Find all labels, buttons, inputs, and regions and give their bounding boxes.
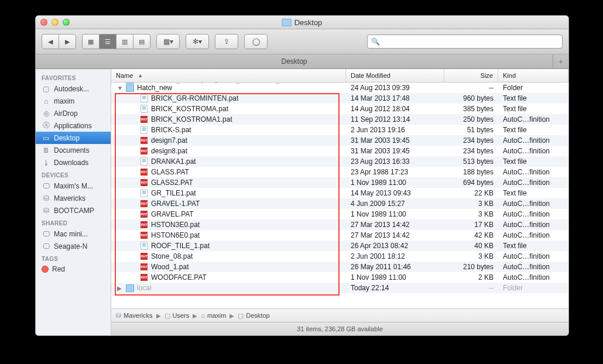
sidebar-item-applications[interactable]: ⒶApplications bbox=[36, 119, 111, 132]
col-header-date[interactable]: Date Modified bbox=[346, 69, 444, 82]
table-row[interactable]: PATHSTON6E0.pat27 Mar 2013 14:4242 KBAut… bbox=[111, 230, 568, 241]
table-row[interactable]: Attachments_archexpert@bk.ru_2013-10-04_… bbox=[111, 83, 568, 85]
table-row[interactable]: PATWood_1.pat26 May 2011 01:46210 bytesA… bbox=[111, 262, 568, 272]
file-size-label: 40 KB bbox=[444, 242, 498, 250]
sidebar-item-mac-mini-[interactable]: 🖵Mac mini... bbox=[36, 228, 111, 240]
text-file-icon bbox=[140, 126, 148, 134]
table-row[interactable]: DRANKA1.pat23 Aug 2013 16:33513 bytesTex… bbox=[111, 156, 568, 167]
table-row[interactable]: PATGLASS2.PAT1 Nov 1989 11:00694 bytesAu… bbox=[111, 177, 568, 188]
table-row[interactable]: BRICK_GR-ROMINTEN.pat14 Mar 2013 17:4896… bbox=[111, 93, 568, 104]
minimize-button[interactable] bbox=[52, 19, 59, 26]
file-name-label: ROOF_TILE_1.pat bbox=[151, 242, 210, 250]
sidebar-item-downloads[interactable]: ⭳Downloads bbox=[36, 156, 111, 169]
share-button[interactable]: ⇪ bbox=[215, 34, 238, 49]
docs-icon: 🗎 bbox=[42, 146, 50, 154]
col-header-name[interactable]: Name▲ bbox=[111, 69, 346, 82]
file-size-label: 3 KB bbox=[444, 210, 498, 218]
file-kind-label: AutoC…finition bbox=[498, 147, 568, 155]
table-row[interactable]: GR_TILE1.pat14 May 2013 09:4322 KBText f… bbox=[111, 188, 568, 198]
sidebar-item-red[interactable]: Red bbox=[36, 263, 111, 275]
table-row[interactable]: PATHSTON3E0.pat27 Mar 2013 14:4217 KBAut… bbox=[111, 219, 568, 230]
file-kind-label: Text file bbox=[498, 94, 568, 102]
sidebar-item-documents[interactable]: 🗎Documents bbox=[36, 144, 111, 156]
sidebar-item-airdrop[interactable]: ◎AirDrop bbox=[36, 107, 111, 119]
apps-icon: Ⓐ bbox=[42, 121, 50, 130]
file-kind-label: Text file bbox=[498, 189, 568, 197]
table-row[interactable]: PATdesign7.pat31 Mar 2003 19:45234 bytes… bbox=[111, 135, 568, 146]
search-field[interactable]: 🔍 bbox=[367, 35, 563, 49]
file-list[interactable]: Attachments_archexpert@bk.ru_2013-10-04_… bbox=[111, 83, 568, 308]
new-tab-button[interactable]: ＋ bbox=[553, 54, 568, 68]
action-menu-button[interactable]: ✻▾ bbox=[186, 34, 209, 49]
file-date-label: 14 Aug 2012 18:04 bbox=[346, 105, 444, 113]
breadcrumb-users[interactable]: ▢Users bbox=[165, 312, 190, 320]
sidebar-item-label: Maxim's M... bbox=[54, 182, 93, 190]
table-row[interactable]: PATBRICK_KOSTROMA1.pat11 Sep 2012 13:142… bbox=[111, 114, 568, 125]
file-kind-label: AutoC…finition bbox=[498, 136, 568, 145]
file-name-label: BRICK_GR-ROMINTEN.pat bbox=[151, 94, 238, 102]
sidebar-item-desktop[interactable]: ▭Desktop bbox=[36, 132, 111, 144]
view-coverflow-button[interactable]: ▤ bbox=[133, 35, 150, 49]
view-list-button[interactable]: ☰ bbox=[100, 35, 117, 49]
breadcrumb-icon: ⛁ bbox=[116, 312, 121, 320]
table-row[interactable]: PATStone_08.pat2 Jun 2001 18:123 KBAutoC… bbox=[111, 251, 568, 262]
breadcrumb-maxim[interactable]: ⌂maxim bbox=[201, 312, 226, 319]
search-input[interactable] bbox=[383, 37, 559, 46]
tags-button[interactable]: ◯ bbox=[244, 34, 268, 49]
file-kind-label: AutoC…finition bbox=[498, 231, 568, 239]
disclosure-triangle[interactable]: ▶ bbox=[117, 285, 123, 291]
file-date-label: 27 Mar 2013 14:42 bbox=[346, 221, 444, 229]
file-size-label: 250 bytes bbox=[444, 115, 498, 123]
file-size-label: 51 bytes bbox=[444, 126, 498, 134]
view-mode-group: ▦ ☰ ▥ ▤ bbox=[82, 34, 150, 49]
home-icon: ⌂ bbox=[42, 97, 50, 105]
forward-button[interactable]: ▶ bbox=[59, 35, 76, 49]
disclosure-triangle[interactable]: ▼ bbox=[117, 85, 123, 91]
file-name-label: Attachments_archexpert@bk.ru_2013-10-04_… bbox=[137, 83, 308, 84]
table-row[interactable]: PATdesign8.pat31 Mar 2003 19:45234 bytes… bbox=[111, 146, 568, 156]
breadcrumb-label: Users bbox=[173, 312, 190, 319]
table-row[interactable]: PATGRAVEL-1.PAT4 Jun 2009 15:273 KBAutoC… bbox=[111, 198, 568, 209]
sidebar-item-mavericks[interactable]: ⛁Mavericks bbox=[36, 192, 111, 204]
tab-desktop[interactable]: Desktop bbox=[36, 54, 553, 68]
sidebar-item-autodesk-[interactable]: ▢Autodesk... bbox=[36, 83, 111, 95]
table-row[interactable]: BRICK-S.pat2 Jun 2013 19:1651 bytesText … bbox=[111, 125, 568, 135]
sidebar-item-label: BOOTCAMP bbox=[54, 207, 94, 215]
table-row[interactable]: BRICK_KOSTROMA.pat14 Aug 2012 18:04385 b… bbox=[111, 104, 568, 114]
file-size-label: 17 KB bbox=[444, 221, 498, 229]
sidebar-section-label: SHARED bbox=[36, 217, 111, 228]
breadcrumb-desktop[interactable]: ▢Desktop bbox=[238, 312, 269, 320]
close-button[interactable] bbox=[40, 19, 47, 26]
breadcrumb-separator: ▶ bbox=[193, 313, 197, 319]
pat-file-icon: PAT bbox=[140, 115, 148, 123]
file-name-label: GRAVEL-1.PAT bbox=[151, 200, 200, 208]
col-header-size[interactable]: Size bbox=[444, 69, 498, 82]
file-size-label: 3 KB bbox=[444, 200, 498, 208]
pat-file-icon: PAT bbox=[140, 147, 148, 155]
titlebar[interactable]: Desktop bbox=[36, 16, 568, 29]
tag-red-icon bbox=[42, 266, 49, 273]
view-columns-button[interactable]: ▥ bbox=[117, 35, 133, 49]
col-header-kind[interactable]: Kind bbox=[498, 69, 568, 82]
sidebar-item-maxim[interactable]: ⌂maxim bbox=[36, 95, 111, 107]
view-icon-button[interactable]: ▦ bbox=[83, 35, 100, 49]
breadcrumb-mavericks[interactable]: ⛁Mavericks bbox=[116, 312, 153, 320]
arrange-menu-button[interactable]: ▦▾ bbox=[156, 34, 180, 49]
sidebar-item-seagate-n[interactable]: 🖵Seagate-N bbox=[36, 240, 111, 252]
table-row[interactable]: ▶localToday 22:14--Folder bbox=[111, 283, 568, 293]
nav-buttons: ◀ ▶ bbox=[42, 34, 76, 49]
pat-file-icon: PAT bbox=[140, 231, 148, 239]
sidebar-section-label: TAGS bbox=[36, 252, 111, 263]
table-row[interactable]: PATWOODFACE.PAT1 Nov 1989 11:002 KBAutoC… bbox=[111, 272, 568, 283]
table-row[interactable]: PATGRAVEL.PAT1 Nov 1989 11:003 KBAutoC…f… bbox=[111, 209, 568, 219]
zoom-button[interactable] bbox=[63, 19, 70, 26]
file-date-label: 1 Nov 1989 11:00 bbox=[346, 210, 444, 218]
table-row[interactable]: ROOF_TILE_1.pat26 Apr 2013 08:4240 KBTex… bbox=[111, 241, 568, 251]
table-row[interactable]: PATGLASS.PAT23 Apr 1988 17:23188 bytesAu… bbox=[111, 167, 568, 177]
back-button[interactable]: ◀ bbox=[42, 35, 59, 49]
sidebar-item-bootcamp[interactable]: ⛁BOOTCAMP bbox=[36, 204, 111, 217]
sidebar-item-maxim-s-m-[interactable]: 🖵Maxim's M... bbox=[36, 180, 111, 192]
column-headers: Name▲ Date Modified Size Kind bbox=[111, 69, 568, 83]
file-date-label: Today 22:14 bbox=[346, 284, 444, 292]
file-kind-label: Text file bbox=[498, 126, 568, 134]
